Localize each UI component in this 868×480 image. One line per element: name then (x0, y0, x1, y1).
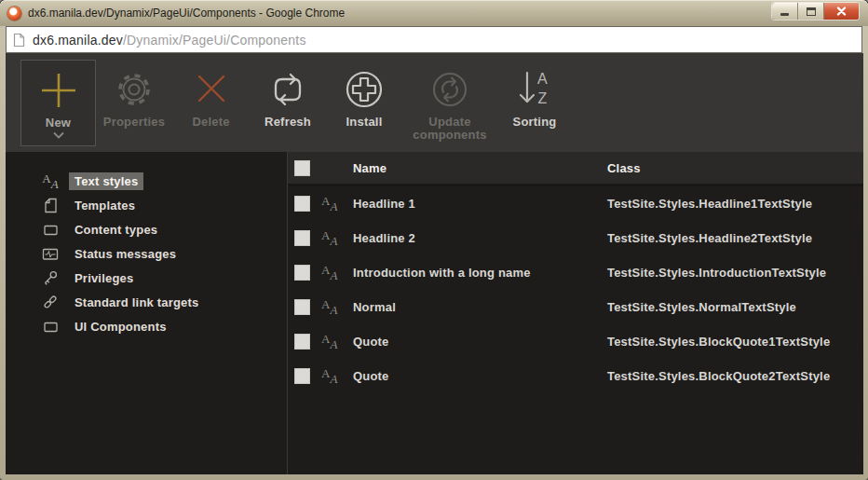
close-icon (836, 7, 847, 16)
close-button[interactable] (824, 3, 859, 20)
row-class: TestSite.Styles.BlockQuote2TextStyle (607, 369, 863, 383)
row-name: Introduction with a long name (353, 266, 607, 280)
refresh-button-label: Refresh (264, 116, 311, 129)
update-components-button[interactable]: Update components (402, 53, 497, 152)
address-row: dx6.manila.dev/Dynamix/PageUi/Components (6, 26, 862, 53)
column-header-class[interactable]: Class (607, 161, 863, 175)
maximize-icon (807, 7, 816, 16)
text-styles-icon: AA (41, 172, 60, 190)
sidebar-item-ui-components[interactable]: UI Components (6, 314, 287, 338)
sidebar-item-status-messages[interactable]: Status messages (6, 241, 287, 266)
properties-button[interactable]: Properties (96, 53, 172, 152)
sort-az-icon: A Z (516, 68, 553, 111)
window-titlebar[interactable]: dx6.manila.dev/Dynamix/PageUi/Components… (0, 0, 868, 26)
new-button-label: New (46, 117, 71, 130)
row-class: TestSite.Styles.NormalTextStyle (607, 300, 863, 314)
sidebar-item-text-styles[interactable]: AA Text styles (6, 169, 287, 193)
text-style-icon: AA (321, 264, 353, 281)
select-all-checkbox[interactable] (294, 160, 310, 176)
update-components-button-label: Update components (402, 116, 497, 142)
table-row[interactable]: AA Headline 1 TestSite.Styles.Headline1T… (288, 186, 863, 221)
chain-link-icon (41, 294, 60, 310)
rectangle-icon (41, 222, 60, 238)
delete-button[interactable]: Delete (172, 53, 250, 152)
app-page: New Properties (6, 53, 863, 474)
row-checkbox[interactable] (294, 265, 310, 281)
delete-button-label: Delete (192, 116, 229, 129)
circle-sync-icon (429, 69, 470, 110)
url-host: dx6.manila.dev (33, 33, 123, 48)
row-name: Quote (353, 335, 607, 349)
window-title: dx6.manila.dev/Dynamix/PageUi/Components… (28, 7, 345, 20)
svg-text:Z: Z (538, 90, 548, 106)
table-row[interactable]: AA Quote TestSite.Styles.BlockQuote2Text… (288, 359, 863, 393)
row-checkbox[interactable] (294, 334, 310, 350)
row-checkbox[interactable] (294, 299, 310, 315)
minimize-button[interactable] (772, 3, 798, 20)
text-style-icon: AA (321, 298, 353, 316)
install-button[interactable]: Install (326, 53, 402, 152)
table-row[interactable]: AA Normal TestSite.Styles.NormalTextStyl… (288, 290, 863, 324)
text-style-icon: AA (321, 333, 353, 350)
svg-text:A: A (537, 71, 548, 87)
url-path: /Dynamix/PageUi/Components (123, 33, 306, 48)
minimize-icon (780, 13, 789, 16)
key-icon (41, 269, 60, 286)
table-row[interactable]: AA Headline 2 TestSite.Styles.Headline2T… (288, 221, 863, 255)
table-row[interactable]: AA Quote TestSite.Styles.BlockQuote1Text… (288, 324, 863, 359)
circle-plus-icon (344, 69, 385, 110)
chevron-down-icon (52, 131, 65, 139)
sidebar-item-privileges[interactable]: Privileges (6, 266, 287, 290)
text-style-icon: AA (321, 367, 353, 385)
properties-button-label: Properties (103, 116, 165, 129)
sidebar-item-standard-link-targets[interactable]: Standard link targets (6, 290, 287, 314)
address-bar[interactable]: dx6.manila.dev/Dynamix/PageUi/Components (6, 26, 862, 53)
page-icon (13, 33, 25, 48)
row-checkbox[interactable] (294, 230, 310, 246)
table-header: Name Class (288, 152, 863, 186)
sidebar-item-templates[interactable]: Templates (6, 193, 287, 217)
table-row[interactable]: AA Introduction with a long name TestSit… (288, 255, 863, 290)
row-name: Headline 1 (353, 197, 607, 211)
x-icon (193, 71, 230, 108)
row-name: Normal (353, 300, 607, 314)
row-checkbox[interactable] (294, 368, 310, 384)
new-button[interactable]: New (20, 60, 96, 146)
maximize-button[interactable] (798, 3, 824, 20)
row-class: TestSite.Styles.BlockQuote1TextStyle (607, 335, 863, 349)
components-table: Name Class AA Headline 1 TestSite.Styles… (288, 152, 863, 474)
row-name: Headline 2 (353, 231, 607, 245)
plus-icon (37, 70, 80, 111)
content-area: AA Text styles Templates (6, 152, 863, 474)
status-waveform-icon (41, 246, 60, 262)
sidebar: AA Text styles Templates (6, 152, 287, 474)
text-style-icon: AA (321, 229, 353, 247)
gear-icon (115, 70, 154, 109)
row-name: Quote (353, 369, 607, 383)
row-class: TestSite.Styles.Headline2TextStyle (607, 231, 863, 245)
refresh-button[interactable]: Refresh (250, 53, 326, 152)
rectangle-icon (41, 319, 60, 335)
column-header-name[interactable]: Name (353, 161, 607, 175)
toolbar: New Properties (6, 53, 863, 152)
row-checkbox[interactable] (294, 196, 310, 212)
row-class: TestSite.Styles.IntroductionTextStyle (607, 266, 863, 280)
row-class: TestSite.Styles.Headline1TextStyle (607, 197, 863, 211)
sorting-button[interactable]: A Z Sorting (497, 53, 572, 152)
refresh-icon (269, 71, 306, 108)
install-button-label: Install (346, 116, 383, 129)
browser-window: dx6.manila.dev/Dynamix/PageUi/Components… (0, 0, 868, 480)
sidebar-item-content-types[interactable]: Content types (6, 217, 287, 241)
chrome-app-icon (7, 7, 21, 21)
sorting-button-label: Sorting (513, 116, 557, 129)
template-page-icon (41, 198, 60, 213)
text-style-icon: AA (321, 195, 353, 213)
window-controls (772, 3, 859, 20)
